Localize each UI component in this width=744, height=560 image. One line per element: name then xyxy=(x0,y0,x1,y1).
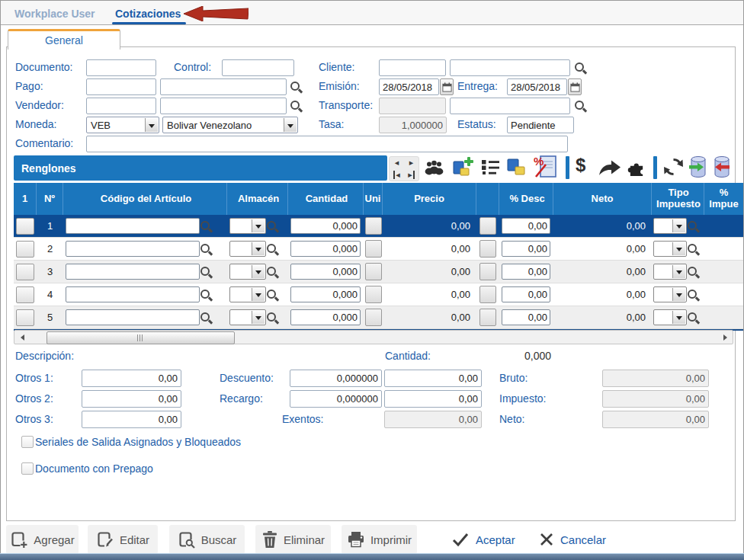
chevron-down-icon[interactable] xyxy=(252,311,265,324)
articles-icon[interactable] xyxy=(506,158,528,177)
pago-code-input[interactable] xyxy=(86,78,156,95)
unidad-cell[interactable] xyxy=(365,240,382,258)
chevron-down-icon[interactable] xyxy=(145,118,158,132)
eliminar-button[interactable]: Eliminar xyxy=(255,525,331,554)
chevron-down-icon[interactable] xyxy=(672,242,685,255)
add-article-icon[interactable] xyxy=(452,155,474,178)
desc-pct-input[interactable] xyxy=(502,309,550,325)
imprimir-button[interactable]: Imprimir xyxy=(342,525,417,554)
descuento-monto-input[interactable] xyxy=(384,370,482,387)
transporte-name-input[interactable] xyxy=(450,98,570,114)
codigo-articulo-input[interactable] xyxy=(66,218,200,234)
editar-button[interactable]: Editar xyxy=(88,525,158,554)
scroll-left-icon[interactable] xyxy=(14,331,27,344)
almacen-dropdown[interactable] xyxy=(229,309,266,325)
prev-record-icon[interactable]: ◂ xyxy=(395,158,399,167)
almacen-dropdown[interactable] xyxy=(229,241,266,257)
tipo-impuesto-dropdown[interactable] xyxy=(653,264,687,280)
almacen-search-icon[interactable] xyxy=(266,220,278,232)
database-import-icon[interactable] xyxy=(688,155,708,178)
row-selector[interactable] xyxy=(16,218,34,235)
pago-search-icon[interactable] xyxy=(290,81,302,93)
item-list-icon[interactable] xyxy=(481,159,500,175)
moneda-name-dropdown[interactable]: Bolivar Venezolano xyxy=(162,117,298,133)
scroll-right-icon[interactable] xyxy=(720,331,733,344)
tipo-impuesto-search-icon[interactable] xyxy=(687,266,699,278)
first-record-icon[interactable]: ◂ xyxy=(393,171,400,179)
grid-row[interactable]: 40,000,00 xyxy=(14,283,744,306)
entrega-date-input[interactable] xyxy=(507,78,567,95)
vendedor-search-icon[interactable] xyxy=(290,100,302,112)
tab-general[interactable]: General xyxy=(8,29,120,50)
codigo-search-icon[interactable] xyxy=(200,220,212,232)
unidad-cell[interactable] xyxy=(365,217,382,235)
cantidad-input[interactable] xyxy=(290,264,361,280)
cantidad-input[interactable] xyxy=(290,218,361,234)
row-selector[interactable] xyxy=(16,241,34,258)
moneda-code-dropdown[interactable]: VEB xyxy=(86,117,159,133)
chevron-down-icon[interactable] xyxy=(252,265,265,278)
tipo-impuesto-search-icon[interactable] xyxy=(687,243,699,255)
cancelar-button[interactable]: Cancelar xyxy=(539,525,606,554)
blank-cell[interactable] xyxy=(479,263,496,280)
almacen-dropdown[interactable] xyxy=(229,286,266,302)
last-record-icon[interactable]: ▸ xyxy=(408,171,415,179)
transporte-search-icon[interactable] xyxy=(574,100,586,112)
codigo-search-icon[interactable] xyxy=(200,243,212,255)
prepago-checkbox[interactable] xyxy=(21,462,34,475)
vendedor-name-input[interactable] xyxy=(160,98,287,114)
otros3-input[interactable] xyxy=(82,411,181,428)
next-record-icon[interactable]: ▸ xyxy=(409,158,414,167)
blank-cell[interactable] xyxy=(479,309,496,326)
codigo-articulo-input[interactable] xyxy=(66,241,200,257)
desc-pct-input[interactable] xyxy=(502,286,550,302)
grid-row[interactable]: 50,000,00 xyxy=(14,306,744,329)
grid-row[interactable]: 20,000,00 xyxy=(14,238,744,261)
send-icon[interactable] xyxy=(598,159,622,176)
chevron-down-icon[interactable] xyxy=(252,288,265,301)
unidad-cell[interactable] xyxy=(365,286,382,303)
codigo-articulo-input[interactable] xyxy=(66,286,200,302)
agregar-button[interactable]: Agregar xyxy=(6,525,79,554)
recargo-pct-input[interactable] xyxy=(290,390,382,408)
row-selector[interactable] xyxy=(16,309,34,326)
chevron-down-icon[interactable] xyxy=(672,219,685,232)
cantidad-input[interactable] xyxy=(290,241,361,257)
desc-pct-input[interactable] xyxy=(502,241,550,257)
transporte-code-input[interactable] xyxy=(379,98,446,114)
record-navigation-icons[interactable]: ◂ ▸ ◂ ▸ xyxy=(389,156,419,181)
vendedor-code-input[interactable] xyxy=(86,98,156,114)
cliente-code-input[interactable] xyxy=(379,59,446,76)
clients-icon[interactable] xyxy=(424,160,444,175)
desc-pct-input[interactable] xyxy=(502,264,550,280)
chevron-down-icon[interactable] xyxy=(672,288,685,301)
tab-workplace-user[interactable]: Workplace User xyxy=(14,8,95,20)
codigo-search-icon[interactable] xyxy=(200,312,212,324)
buscar-button[interactable]: Buscar xyxy=(169,525,245,554)
recargo-monto-input[interactable] xyxy=(384,390,482,408)
almacen-search-icon[interactable] xyxy=(266,266,278,278)
otros1-input[interactable] xyxy=(82,370,181,387)
emision-date-input[interactable] xyxy=(379,78,439,95)
tipo-impuesto-dropdown[interactable] xyxy=(653,241,687,257)
emision-calendar-icon[interactable] xyxy=(440,78,454,95)
chevron-down-icon[interactable] xyxy=(252,242,265,255)
almacen-search-icon[interactable] xyxy=(266,243,278,255)
tab-cotizaciones[interactable]: Cotizaciones xyxy=(115,8,181,20)
database-export-icon[interactable] xyxy=(712,155,732,178)
grid-horizontal-scrollbar[interactable] xyxy=(14,330,733,344)
chevron-down-icon[interactable] xyxy=(252,219,265,232)
cliente-name-input[interactable] xyxy=(450,59,570,76)
aceptar-button[interactable]: Aceptar xyxy=(451,525,515,554)
desc-pct-input[interactable] xyxy=(502,218,550,234)
estatus-input[interactable] xyxy=(507,117,574,133)
row-selector[interactable] xyxy=(16,286,34,303)
codigo-search-icon[interactable] xyxy=(200,266,212,278)
almacen-search-icon[interactable] xyxy=(266,312,278,324)
cantidad-input[interactable] xyxy=(290,309,361,325)
almacen-dropdown[interactable] xyxy=(229,264,266,280)
codigo-articulo-input[interactable] xyxy=(66,309,200,325)
control-input[interactable] xyxy=(222,59,294,76)
blank-cell[interactable] xyxy=(479,286,496,303)
codigo-search-icon[interactable] xyxy=(200,289,212,301)
